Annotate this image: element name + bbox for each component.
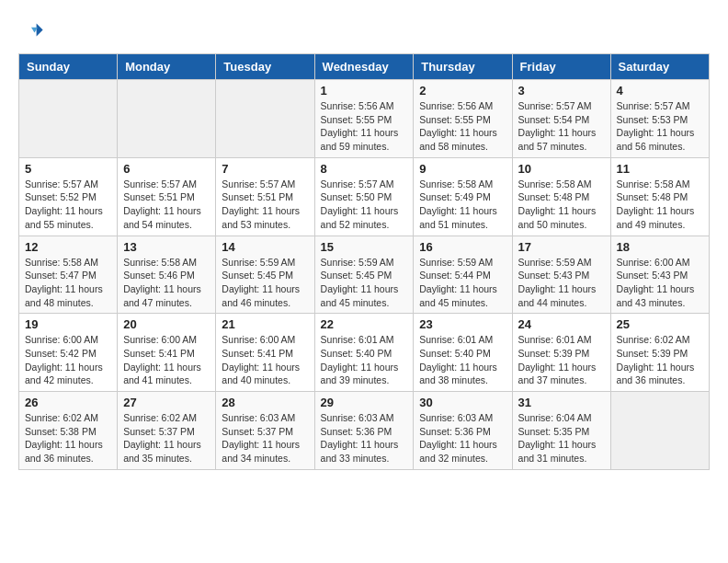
day-number: 30 <box>419 396 506 409</box>
day-info: Sunrise: 5:56 AMSunset: 5:55 PMDaylight:… <box>419 99 506 154</box>
day-number: 31 <box>518 396 605 409</box>
day-number: 19 <box>25 317 111 331</box>
calendar-cell: 25Sunrise: 6:02 AMSunset: 5:39 PMDayligh… <box>610 314 709 392</box>
day-info: Sunrise: 6:01 AMSunset: 5:40 PMDaylight:… <box>321 333 408 387</box>
day-number: 9 <box>419 162 506 176</box>
day-info: Sunrise: 5:59 AMSunset: 5:45 PMDaylight:… <box>222 256 308 310</box>
day-info: Sunrise: 6:00 AMSunset: 5:42 PMDaylight:… <box>25 333 111 387</box>
day-info: Sunrise: 5:57 AMSunset: 5:54 PMDaylight:… <box>518 99 605 154</box>
calendar-cell: 22Sunrise: 6:01 AMSunset: 5:40 PMDayligh… <box>314 314 414 392</box>
day-info: Sunrise: 5:57 AMSunset: 5:53 PMDaylight:… <box>617 99 703 154</box>
day-number: 5 <box>25 162 111 176</box>
day-number: 27 <box>123 396 210 409</box>
calendar-cell: 1Sunrise: 5:56 AMSunset: 5:55 PMDaylight… <box>314 80 414 158</box>
day-info: Sunrise: 5:58 AMSunset: 5:49 PMDaylight:… <box>419 178 506 232</box>
day-number: 13 <box>123 240 210 254</box>
calendar-cell: 11Sunrise: 5:58 AMSunset: 5:48 PMDayligh… <box>610 157 709 236</box>
day-info: Sunrise: 6:00 AMSunset: 5:41 PMDaylight:… <box>123 333 210 387</box>
calendar-cell: 12Sunrise: 5:58 AMSunset: 5:47 PMDayligh… <box>19 236 118 314</box>
calendar-cell <box>216 80 314 158</box>
calendar-cell: 23Sunrise: 6:01 AMSunset: 5:40 PMDayligh… <box>414 314 512 392</box>
calendar-cell: 29Sunrise: 6:03 AMSunset: 5:36 PMDayligh… <box>314 392 414 470</box>
day-number: 7 <box>222 162 308 176</box>
calendar-week-row: 19Sunrise: 6:00 AMSunset: 5:42 PMDayligh… <box>19 314 710 392</box>
day-number: 6 <box>123 162 210 176</box>
day-info: Sunrise: 6:01 AMSunset: 5:40 PMDaylight:… <box>419 333 506 387</box>
calendar-cell: 2Sunrise: 5:56 AMSunset: 5:55 PMDaylight… <box>414 80 512 158</box>
day-info: Sunrise: 5:58 AMSunset: 5:47 PMDaylight:… <box>25 256 111 310</box>
day-number: 26 <box>25 396 111 409</box>
day-number: 2 <box>419 84 506 98</box>
weekday-header: Monday <box>118 54 216 80</box>
calendar-cell: 7Sunrise: 5:57 AMSunset: 5:51 PMDaylight… <box>216 157 314 236</box>
day-number: 14 <box>222 240 308 254</box>
weekday-header: Tuesday <box>216 54 314 80</box>
logo <box>18 18 48 44</box>
day-number: 1 <box>321 84 408 98</box>
calendar-week-row: 26Sunrise: 6:02 AMSunset: 5:38 PMDayligh… <box>19 392 710 470</box>
day-number: 25 <box>617 317 703 331</box>
day-number: 10 <box>518 162 605 176</box>
day-number: 12 <box>25 240 111 254</box>
day-number: 16 <box>419 240 506 254</box>
calendar-cell: 18Sunrise: 6:00 AMSunset: 5:43 PMDayligh… <box>610 236 709 314</box>
calendar-week-row: 12Sunrise: 5:58 AMSunset: 5:47 PMDayligh… <box>19 236 710 314</box>
page-header <box>18 18 710 44</box>
calendar-cell <box>118 80 216 158</box>
calendar-cell <box>19 80 118 158</box>
day-info: Sunrise: 5:59 AMSunset: 5:44 PMDaylight:… <box>419 256 506 310</box>
day-info: Sunrise: 5:57 AMSunset: 5:50 PMDaylight:… <box>321 178 408 232</box>
day-number: 28 <box>222 396 308 409</box>
day-info: Sunrise: 5:58 AMSunset: 5:46 PMDaylight:… <box>123 256 210 310</box>
day-info: Sunrise: 5:56 AMSunset: 5:55 PMDaylight:… <box>321 99 408 154</box>
day-number: 24 <box>518 317 605 331</box>
day-info: Sunrise: 6:00 AMSunset: 5:43 PMDaylight:… <box>617 256 703 310</box>
svg-marker-0 <box>37 24 43 37</box>
day-info: Sunrise: 6:00 AMSunset: 5:41 PMDaylight:… <box>222 333 308 387</box>
calendar-table: SundayMondayTuesdayWednesdayThursdayFrid… <box>18 53 710 470</box>
day-number: 21 <box>222 317 308 331</box>
calendar-cell: 21Sunrise: 6:00 AMSunset: 5:41 PMDayligh… <box>216 314 314 392</box>
day-info: Sunrise: 6:02 AMSunset: 5:39 PMDaylight:… <box>617 333 703 387</box>
day-info: Sunrise: 5:57 AMSunset: 5:51 PMDaylight:… <box>222 178 308 232</box>
day-number: 20 <box>123 317 210 331</box>
day-number: 4 <box>617 84 703 98</box>
day-info: Sunrise: 5:59 AMSunset: 5:43 PMDaylight:… <box>518 256 605 310</box>
calendar-cell: 9Sunrise: 5:58 AMSunset: 5:49 PMDaylight… <box>414 157 512 236</box>
calendar-cell: 14Sunrise: 5:59 AMSunset: 5:45 PMDayligh… <box>216 236 314 314</box>
calendar-week-row: 1Sunrise: 5:56 AMSunset: 5:55 PMDaylight… <box>19 80 710 158</box>
day-number: 22 <box>321 317 408 331</box>
day-number: 3 <box>518 84 605 98</box>
day-info: Sunrise: 5:58 AMSunset: 5:48 PMDaylight:… <box>617 178 703 232</box>
day-info: Sunrise: 6:01 AMSunset: 5:39 PMDaylight:… <box>518 333 605 387</box>
weekday-header: Friday <box>512 54 610 80</box>
calendar-cell: 16Sunrise: 5:59 AMSunset: 5:44 PMDayligh… <box>414 236 512 314</box>
calendar-cell: 15Sunrise: 5:59 AMSunset: 5:45 PMDayligh… <box>314 236 414 314</box>
calendar-cell <box>610 392 709 470</box>
weekday-header: Saturday <box>610 54 709 80</box>
calendar-cell: 30Sunrise: 6:03 AMSunset: 5:36 PMDayligh… <box>414 392 512 470</box>
calendar-cell: 17Sunrise: 5:59 AMSunset: 5:43 PMDayligh… <box>512 236 610 314</box>
logo-icon <box>18 18 44 44</box>
day-info: Sunrise: 5:57 AMSunset: 5:51 PMDaylight:… <box>123 178 210 232</box>
day-info: Sunrise: 5:57 AMSunset: 5:52 PMDaylight:… <box>25 178 111 232</box>
calendar-cell: 24Sunrise: 6:01 AMSunset: 5:39 PMDayligh… <box>512 314 610 392</box>
day-info: Sunrise: 6:04 AMSunset: 5:35 PMDaylight:… <box>518 411 605 465</box>
day-info: Sunrise: 6:02 AMSunset: 5:38 PMDaylight:… <box>25 411 111 465</box>
weekday-header: Sunday <box>19 54 118 80</box>
day-info: Sunrise: 5:58 AMSunset: 5:48 PMDaylight:… <box>518 178 605 232</box>
calendar-header-row: SundayMondayTuesdayWednesdayThursdayFrid… <box>19 54 710 80</box>
calendar-cell: 8Sunrise: 5:57 AMSunset: 5:50 PMDaylight… <box>314 157 414 236</box>
weekday-header: Wednesday <box>314 54 414 80</box>
day-number: 8 <box>321 162 408 176</box>
day-info: Sunrise: 6:03 AMSunset: 5:37 PMDaylight:… <box>222 411 308 465</box>
day-number: 29 <box>321 396 408 409</box>
calendar-cell: 6Sunrise: 5:57 AMSunset: 5:51 PMDaylight… <box>118 157 216 236</box>
calendar-cell: 26Sunrise: 6:02 AMSunset: 5:38 PMDayligh… <box>19 392 118 470</box>
calendar-cell: 4Sunrise: 5:57 AMSunset: 5:53 PMDaylight… <box>610 80 709 158</box>
day-number: 17 <box>518 240 605 254</box>
weekday-header: Thursday <box>414 54 512 80</box>
day-info: Sunrise: 6:03 AMSunset: 5:36 PMDaylight:… <box>321 411 408 465</box>
day-number: 18 <box>617 240 703 254</box>
day-info: Sunrise: 6:02 AMSunset: 5:37 PMDaylight:… <box>123 411 210 465</box>
